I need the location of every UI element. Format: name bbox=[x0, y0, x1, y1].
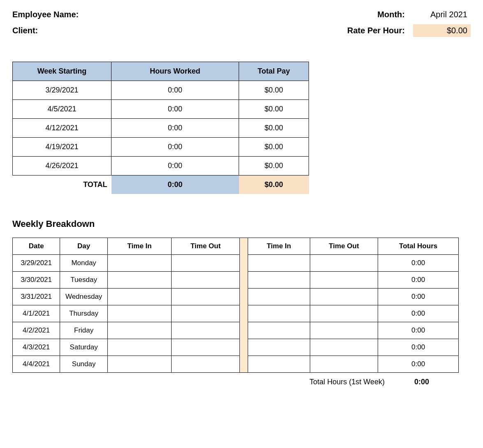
summary-pay-cell[interactable]: $0.00 bbox=[239, 138, 309, 157]
breakdown-date-cell[interactable]: 4/1/2021 bbox=[13, 305, 60, 322]
breakdown-separator bbox=[240, 238, 248, 255]
breakdown-day-cell[interactable]: Monday bbox=[60, 255, 107, 272]
breakdown-totalhours-cell[interactable]: 0:00 bbox=[378, 305, 459, 322]
breakdown-separator bbox=[240, 289, 248, 305]
breakdown-totalhours-cell[interactable]: 0:00 bbox=[378, 255, 459, 272]
summary-total-hours: 0:00 bbox=[111, 176, 239, 194]
breakdown-timeout-cell[interactable] bbox=[172, 322, 240, 339]
summary-hours-cell[interactable]: 0:00 bbox=[111, 81, 239, 100]
breakdown-header-timeout: Time Out bbox=[172, 238, 240, 255]
breakdown-separator bbox=[240, 272, 248, 289]
breakdown-timein-cell[interactable] bbox=[107, 305, 172, 322]
breakdown-timein2-cell[interactable] bbox=[248, 289, 310, 305]
weekly-breakdown-title: Weekly Breakdown bbox=[12, 219, 471, 229]
breakdown-timeout-cell[interactable] bbox=[172, 289, 240, 305]
breakdown-timein2-cell[interactable] bbox=[248, 339, 310, 356]
summary-pay-cell[interactable]: $0.00 bbox=[239, 100, 309, 119]
breakdown-header-timeout2: Time Out bbox=[310, 238, 378, 255]
client-label: Client: bbox=[12, 26, 38, 35]
breakdown-header-totalhours: Total Hours bbox=[378, 238, 459, 255]
breakdown-row: 4/2/2021 Friday 0:00 bbox=[13, 322, 459, 339]
breakdown-timeout-cell[interactable] bbox=[172, 339, 240, 356]
breakdown-row: 3/30/2021 Tuesday 0:00 bbox=[13, 272, 459, 289]
summary-table: Week Starting Hours Worked Total Pay 3/2… bbox=[12, 62, 309, 194]
breakdown-timeout-cell[interactable] bbox=[172, 305, 240, 322]
breakdown-footer-value: 0:00 bbox=[409, 378, 434, 386]
breakdown-timeout-cell[interactable] bbox=[172, 356, 240, 373]
summary-week-cell[interactable]: 4/19/2021 bbox=[13, 138, 111, 157]
breakdown-timeout2-cell[interactable] bbox=[310, 339, 378, 356]
breakdown-row: 3/31/2021 Wednesday 0:00 bbox=[13, 289, 459, 305]
breakdown-totalhours-cell[interactable]: 0:00 bbox=[378, 339, 459, 356]
summary-hours-cell[interactable]: 0:00 bbox=[111, 157, 239, 176]
breakdown-timein-cell[interactable] bbox=[107, 289, 172, 305]
breakdown-day-cell[interactable]: Saturday bbox=[60, 339, 107, 356]
summary-header-pay: Total Pay bbox=[239, 62, 309, 81]
breakdown-day-cell[interactable]: Thursday bbox=[60, 305, 107, 322]
summary-week-cell[interactable]: 4/5/2021 bbox=[13, 100, 111, 119]
breakdown-date-cell[interactable]: 3/29/2021 bbox=[13, 255, 60, 272]
breakdown-date-cell[interactable]: 3/30/2021 bbox=[13, 272, 60, 289]
breakdown-separator bbox=[240, 322, 248, 339]
breakdown-timein-cell[interactable] bbox=[107, 272, 172, 289]
breakdown-timein2-cell[interactable] bbox=[248, 322, 310, 339]
summary-pay-cell[interactable]: $0.00 bbox=[239, 81, 309, 100]
breakdown-timein-cell[interactable] bbox=[107, 255, 172, 272]
breakdown-day-cell[interactable]: Tuesday bbox=[60, 272, 107, 289]
rate-value[interactable]: $0.00 bbox=[413, 24, 471, 37]
breakdown-date-cell[interactable]: 4/4/2021 bbox=[13, 356, 60, 373]
breakdown-row: 4/4/2021 Sunday 0:00 bbox=[13, 356, 459, 373]
breakdown-timeout2-cell[interactable] bbox=[310, 322, 378, 339]
breakdown-timeout2-cell[interactable] bbox=[310, 356, 378, 373]
summary-pay-cell[interactable]: $0.00 bbox=[239, 119, 309, 138]
breakdown-timeout2-cell[interactable] bbox=[310, 255, 378, 272]
breakdown-separator bbox=[240, 339, 248, 356]
breakdown-date-cell[interactable]: 4/3/2021 bbox=[13, 339, 60, 356]
breakdown-timein2-cell[interactable] bbox=[248, 255, 310, 272]
summary-row: 4/5/2021 0:00 $0.00 bbox=[13, 100, 309, 119]
breakdown-timeout2-cell[interactable] bbox=[310, 289, 378, 305]
breakdown-timein-cell[interactable] bbox=[107, 356, 172, 373]
breakdown-timein2-cell[interactable] bbox=[248, 305, 310, 322]
summary-week-cell[interactable]: 4/26/2021 bbox=[13, 157, 111, 176]
breakdown-totalhours-cell[interactable]: 0:00 bbox=[378, 322, 459, 339]
summary-header-hours: Hours Worked bbox=[111, 62, 239, 81]
breakdown-day-cell[interactable]: Sunday bbox=[60, 356, 107, 373]
breakdown-totalhours-cell[interactable]: 0:00 bbox=[378, 272, 459, 289]
summary-row: 4/19/2021 0:00 $0.00 bbox=[13, 138, 309, 157]
month-value: April 2021 bbox=[413, 8, 471, 21]
summary-row: 3/29/2021 0:00 $0.00 bbox=[13, 81, 309, 100]
summary-hours-cell[interactable]: 0:00 bbox=[111, 100, 239, 119]
breakdown-timeout2-cell[interactable] bbox=[310, 305, 378, 322]
breakdown-day-cell[interactable]: Friday bbox=[60, 322, 107, 339]
breakdown-table: Date Day Time In Time Out Time In Time O… bbox=[12, 238, 459, 373]
summary-hours-cell[interactable]: 0:00 bbox=[111, 138, 239, 157]
breakdown-row: 4/1/2021 Thursday 0:00 bbox=[13, 305, 459, 322]
summary-week-cell[interactable]: 4/12/2021 bbox=[13, 119, 111, 138]
breakdown-day-cell[interactable]: Wednesday bbox=[60, 289, 107, 305]
breakdown-date-cell[interactable]: 3/31/2021 bbox=[13, 289, 60, 305]
breakdown-timeout-cell[interactable] bbox=[172, 255, 240, 272]
breakdown-date-cell[interactable]: 4/2/2021 bbox=[13, 322, 60, 339]
summary-week-cell[interactable]: 3/29/2021 bbox=[13, 81, 111, 100]
breakdown-timeout-cell[interactable] bbox=[172, 272, 240, 289]
summary-pay-cell[interactable]: $0.00 bbox=[239, 157, 309, 176]
summary-header-week: Week Starting bbox=[13, 62, 111, 81]
month-label: Month: bbox=[377, 10, 405, 19]
breakdown-timein-cell[interactable] bbox=[107, 339, 172, 356]
summary-total-pay: $0.00 bbox=[239, 176, 309, 194]
summary-hours-cell[interactable]: 0:00 bbox=[111, 119, 239, 138]
breakdown-header-date: Date bbox=[13, 238, 60, 255]
breakdown-timein-cell[interactable] bbox=[107, 322, 172, 339]
breakdown-separator bbox=[240, 356, 248, 373]
summary-row: 4/26/2021 0:00 $0.00 bbox=[13, 157, 309, 176]
breakdown-timeout2-cell[interactable] bbox=[310, 272, 378, 289]
breakdown-timein2-cell[interactable] bbox=[248, 272, 310, 289]
summary-total-label: TOTAL bbox=[13, 176, 111, 194]
breakdown-totalhours-cell[interactable]: 0:00 bbox=[378, 356, 459, 373]
employee-name-label: Employee Name: bbox=[12, 10, 79, 19]
breakdown-separator bbox=[240, 255, 248, 272]
breakdown-timein2-cell[interactable] bbox=[248, 356, 310, 373]
breakdown-totalhours-cell[interactable]: 0:00 bbox=[378, 289, 459, 305]
breakdown-footer-label: Total Hours (1st Week) bbox=[309, 378, 385, 386]
